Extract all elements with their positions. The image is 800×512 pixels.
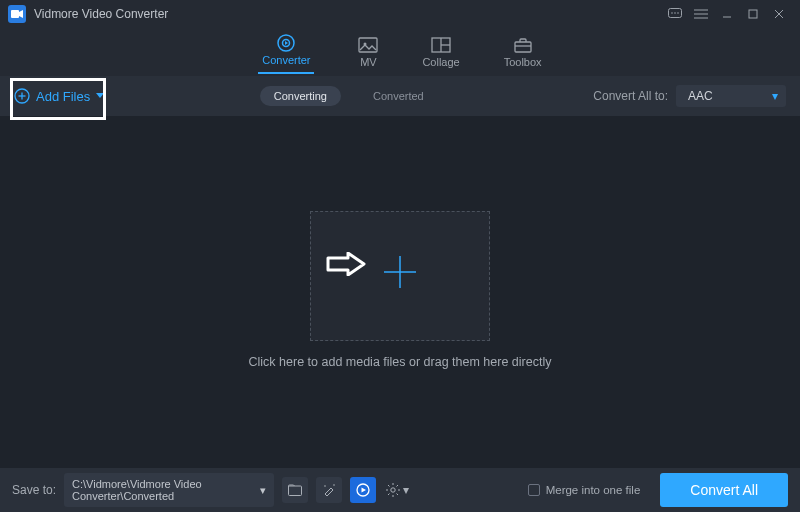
chevron-down-icon: ▾ [260,484,266,497]
mv-icon [358,36,378,54]
output-format-value: AAC [688,89,713,103]
title-bar: Vidmore Video Converter [0,0,800,28]
plus-circle-icon [14,88,30,104]
convert-all-to-label: Convert All to: [593,89,668,103]
svg-point-2 [671,12,673,14]
merge-label: Merge into one file [546,484,641,496]
merge-checkbox[interactable]: Merge into one file [528,484,641,496]
save-path-value: C:\Vidmore\Vidmore Video Converter\Conve… [72,478,260,502]
svg-rect-15 [359,38,377,52]
tab-converter[interactable]: Converter [258,34,314,70]
svg-point-28 [324,485,326,487]
tab-collage-label: Collage [422,56,459,68]
svg-rect-0 [11,10,19,18]
svg-marker-14 [285,41,288,45]
save-path-dropdown[interactable]: C:\Vidmore\Vidmore Video Converter\Conve… [64,473,274,507]
tab-toolbox[interactable]: Toolbox [504,36,542,68]
drop-hint: Click here to add media files or drag th… [249,355,552,369]
tab-mv[interactable]: MV [358,36,378,68]
tab-toolbox-label: Toolbox [504,56,542,68]
svg-point-32 [391,488,395,492]
menu-icon[interactable] [688,4,714,24]
toolbox-icon [513,36,533,54]
svg-marker-31 [362,488,367,493]
tab-converter-label: Converter [262,54,310,66]
add-files-label: Add Files [36,89,90,104]
tab-mv-label: MV [360,56,377,68]
output-format-dropdown[interactable]: AAC ▾ [676,85,786,107]
open-folder-button[interactable] [282,477,308,503]
feedback-icon[interactable] [662,4,688,24]
save-to-label: Save to: [12,483,56,497]
main-tabs: Converter MV Collage Toolbox [0,28,800,76]
subtab-converted[interactable]: Converted [359,86,438,106]
convert-all-button[interactable]: Convert All [660,473,788,507]
maximize-button[interactable] [740,4,766,24]
add-files-button[interactable]: Add Files [14,88,104,104]
plus-icon [381,253,419,300]
minimize-button[interactable] [714,4,740,24]
converter-icon [276,34,296,52]
svg-point-4 [677,12,679,14]
close-button[interactable] [766,4,792,24]
svg-point-29 [333,484,335,486]
drop-zone[interactable] [310,211,490,341]
chevron-down-icon: ▾ [772,89,778,103]
svg-rect-27 [289,486,302,496]
settings-button[interactable]: ▾ [384,477,410,503]
collage-icon [431,36,451,54]
checkbox-icon [528,484,540,496]
app-title: Vidmore Video Converter [34,7,662,21]
main-area: Click here to add media files or drag th… [0,116,800,468]
footer: Save to: C:\Vidmore\Vidmore Video Conver… [0,468,800,512]
tab-collage[interactable]: Collage [422,36,459,68]
app-logo-icon [8,5,26,23]
svg-rect-20 [515,42,531,52]
toolbar: Add Files Converting Converted Convert A… [0,76,800,116]
chevron-down-icon [96,93,104,99]
svg-rect-9 [749,10,757,18]
subtab-converting[interactable]: Converting [260,86,341,106]
effects-button[interactable] [316,477,342,503]
gpu-accel-button[interactable] [350,477,376,503]
chevron-down-icon: ▾ [403,483,409,497]
svg-point-3 [674,12,676,14]
